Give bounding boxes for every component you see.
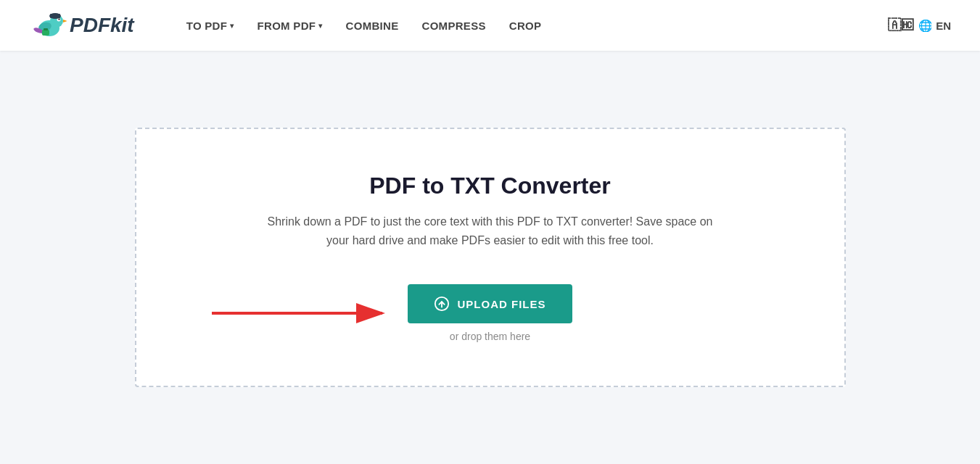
logo[interactable]: PDFkit — [29, 7, 134, 44]
main-content: PDF to TXT Converter Shrink down a PDF t… — [0, 51, 980, 464]
nav-to-pdf[interactable]: TO PDF ▾ — [178, 14, 243, 38]
page-title: PDF to TXT Converter — [369, 173, 610, 199]
svg-text:🌐: 🌐 — [918, 19, 931, 32]
navbar: PDFkit TO PDF ▾ FROM PDF ▾ COMBINE COMPR… — [0, 0, 980, 51]
red-arrow-icon — [205, 291, 393, 335]
nav-menu: TO PDF ▾ FROM PDF ▾ COMBINE COMPRESS CRO… — [178, 14, 888, 38]
logo-text: PDFkit — [70, 14, 134, 37]
nav-compress[interactable]: COMPRESS — [413, 14, 495, 38]
nav-combine[interactable]: COMBINE — [337, 14, 408, 38]
svg-rect-10 — [44, 28, 48, 30]
upload-button[interactable]: UPLOAD FILES — [408, 284, 572, 323]
svg-point-3 — [58, 18, 59, 20]
page-description: Shrink down a PDF to just the core text … — [265, 212, 715, 249]
svg-marker-4 — [63, 20, 67, 22]
svg-rect-8 — [50, 14, 60, 18]
language-icon: 🇦🆦 — [888, 18, 914, 33]
nav-crop[interactable]: CROP — [501, 14, 551, 38]
from-pdf-caret-icon: ▾ — [318, 22, 322, 30]
arrow-indicator — [205, 291, 393, 335]
logo-icon — [29, 7, 67, 44]
nav-from-pdf[interactable]: FROM PDF ▾ — [249, 14, 332, 38]
language-selector[interactable]: 🇦🆦 🌐 EN — [888, 18, 951, 33]
language-label: EN — [936, 20, 951, 32]
drop-text: or drop them here — [450, 331, 530, 342]
upload-icon — [434, 296, 450, 312]
upload-box: PDF to TXT Converter Shrink down a PDF t… — [135, 128, 846, 387]
translate-icon: 🌐 — [918, 19, 931, 32]
svg-rect-9 — [42, 30, 49, 36]
to-pdf-caret-icon: ▾ — [230, 22, 234, 30]
upload-area: UPLOAD FILES or drop them here — [408, 284, 572, 342]
